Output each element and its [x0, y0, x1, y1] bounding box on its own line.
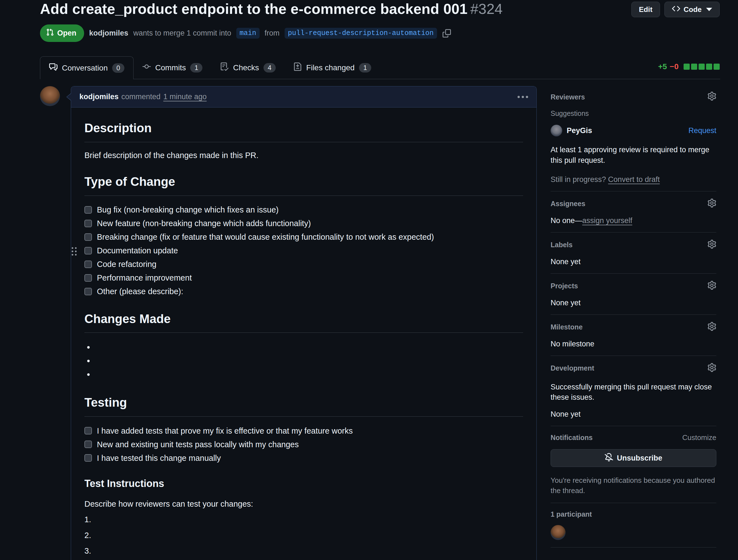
tab-count: 1	[190, 63, 203, 72]
checkbox[interactable]	[84, 427, 92, 435]
changes-made-list	[84, 341, 523, 382]
description-heading: Description	[84, 119, 523, 142]
base-branch-label[interactable]: main	[236, 28, 260, 39]
sidebar-section-projects: Projects None yet	[550, 274, 716, 315]
sidebar-section-assignees: Assignees No one—assign yourself	[550, 191, 716, 233]
sidebar-section-reviewers: Reviewers Suggestions PeyGis Request At …	[550, 92, 716, 191]
checkbox[interactable]	[84, 288, 92, 295]
type-of-change-list: Bug fix (non-breaking change which fixes…	[84, 203, 523, 298]
gear-icon[interactable]	[707, 199, 716, 209]
development-note: Successfully merging this pull request m…	[550, 382, 716, 403]
checkbox[interactable]	[84, 206, 92, 214]
sidebar-divider	[550, 547, 716, 548]
tab-count: 0	[112, 63, 124, 73]
tab-checks[interactable]: Checks 4	[211, 56, 284, 79]
pr-number: #324	[470, 1, 502, 17]
test-instructions-heading: Test Instructions	[84, 476, 523, 491]
avatar[interactable]	[40, 86, 60, 106]
gear-icon[interactable]	[707, 240, 716, 250]
suggestions-label: Suggestions	[550, 109, 716, 117]
comment-header: kodjomiles commented 1 minute ago	[71, 86, 536, 107]
labels-heading: Labels	[550, 241, 573, 249]
type-of-change-heading: Type of Change	[84, 173, 523, 196]
pr-author-link[interactable]: kodjomiles	[89, 29, 128, 37]
sidebar-section-notifications: Notifications Customize Unsubscribe You'…	[550, 426, 716, 503]
pr-title-text: Add create_product endpoint to the e-com…	[40, 1, 467, 17]
testing-heading: Testing	[84, 393, 523, 417]
checkbox[interactable]	[84, 454, 92, 462]
milestone-empty-text: No milestone	[550, 340, 716, 348]
request-review-link[interactable]: Request	[688, 126, 716, 135]
assign-yourself-link[interactable]: assign yourself	[582, 216, 632, 225]
gear-icon[interactable]	[707, 281, 716, 291]
task-item: Code refactoring	[84, 258, 523, 271]
task-item: Other (please describe):	[84, 285, 523, 298]
checkbox[interactable]	[84, 247, 92, 254]
copy-branch-icon[interactable]	[443, 29, 451, 37]
convert-to-draft-link[interactable]: Convert to draft	[608, 175, 660, 184]
task-label: New feature (non-breaking change which a…	[97, 218, 311, 229]
task-label: I have tested this change manually	[97, 452, 221, 464]
development-empty-text: None yet	[550, 410, 716, 418]
notifications-note: You're receiving notifications because y…	[550, 475, 716, 496]
checkbox[interactable]	[84, 441, 92, 448]
merge-text: wants to merge 1 commit into	[133, 29, 231, 37]
task-label: Documentation update	[97, 245, 178, 256]
code-button[interactable]: Code	[664, 2, 720, 17]
checkbox[interactable]	[84, 261, 92, 268]
gear-icon[interactable]	[707, 363, 716, 373]
code-icon	[672, 4, 680, 15]
task-item: I have tested this change manually	[84, 451, 523, 465]
comment-discussion-icon	[49, 63, 57, 73]
projects-empty-text: None yet	[550, 299, 716, 307]
labels-empty-text: None yet	[550, 258, 716, 266]
development-heading: Development	[550, 364, 594, 372]
suggested-reviewer-name[interactable]: PeyGis	[567, 126, 592, 135]
sidebar-section-labels: Labels None yet	[550, 233, 716, 274]
draft-question-text: Still in progress?	[550, 175, 606, 184]
tab-label: Commits	[155, 63, 186, 72]
unsubscribe-button[interactable]: Unsubscribe	[550, 449, 716, 467]
assignees-heading: Assignees	[550, 200, 585, 208]
pr-description-comment: kodjomiles commented 1 minute ago Descri…	[71, 86, 537, 560]
avatar[interactable]	[550, 525, 566, 540]
task-label: Other (please describe):	[97, 286, 183, 297]
kebab-menu-icon[interactable]	[517, 96, 528, 98]
comment-timestamp-link[interactable]: 1 minute ago	[163, 92, 207, 101]
test-step: 1.	[84, 514, 523, 525]
empty-bullet	[94, 341, 523, 355]
sidebar: Reviewers Suggestions PeyGis Request At …	[550, 92, 716, 548]
checklist-icon	[220, 62, 229, 73]
sidebar-section-milestone: Milestone No milestone	[550, 315, 716, 356]
code-button-label: Code	[684, 5, 702, 14]
notifications-heading: Notifications	[550, 434, 593, 442]
checkbox[interactable]	[84, 233, 92, 241]
status-badge-label: Open	[57, 29, 76, 37]
gear-icon[interactable]	[707, 322, 716, 332]
checkbox[interactable]	[84, 220, 92, 227]
head-branch-label[interactable]: pull-request-description-automation	[285, 28, 437, 39]
customize-link[interactable]: Customize	[682, 433, 716, 442]
status-badge: Open	[40, 24, 84, 42]
checkbox[interactable]	[84, 274, 92, 282]
comment-author-link[interactable]: kodjomiles	[79, 92, 118, 101]
test-step: 3.	[84, 545, 523, 557]
github-pr-page: Add create_product endpoint to the e-com…	[0, 0, 738, 560]
header-actions: Edit Code	[631, 2, 720, 17]
task-item: Documentation update	[84, 244, 523, 258]
tab-files-changed[interactable]: Files changed 1	[285, 56, 380, 79]
timeline: kodjomiles commented 1 minute ago Descri…	[40, 86, 537, 560]
task-item: Bug fix (non-breaking change which fixes…	[84, 203, 523, 217]
tab-label: Files changed	[306, 63, 355, 72]
tab-count: 1	[359, 63, 371, 72]
drag-handle-icon[interactable]	[72, 247, 77, 256]
tab-conversation[interactable]: Conversation 0	[40, 56, 133, 79]
edit-button[interactable]: Edit	[631, 2, 660, 17]
tab-commits[interactable]: Commits 1	[133, 56, 211, 79]
task-item: Breaking change (fix or feature that wou…	[84, 230, 523, 244]
test-steps-list: 1. 2. 3.	[84, 514, 523, 556]
gear-icon[interactable]	[707, 92, 716, 102]
diffstat: +5 −0	[658, 62, 720, 71]
milestone-heading: Milestone	[550, 323, 583, 331]
diffstat-blocks	[684, 64, 720, 70]
